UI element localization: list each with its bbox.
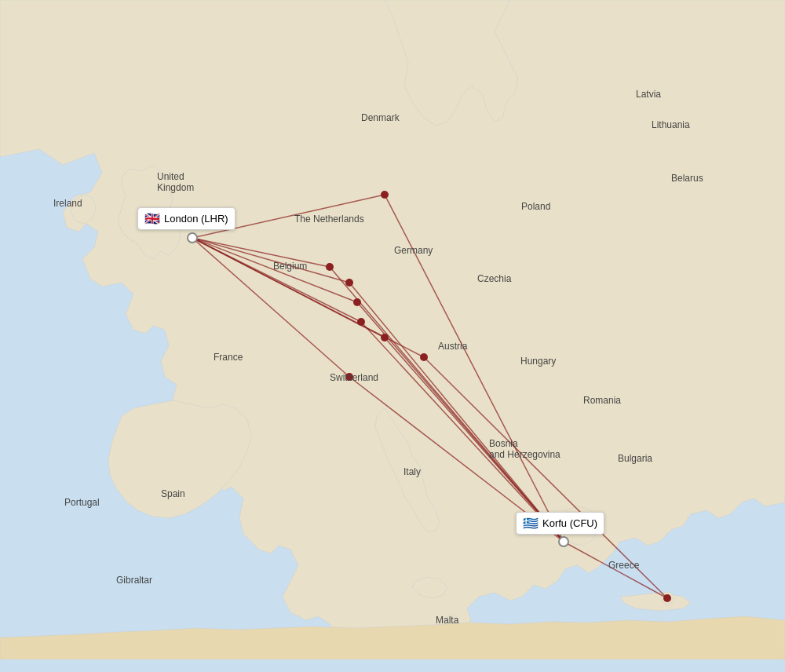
svg-point-28 — [559, 537, 568, 546]
svg-point-20 — [326, 263, 334, 271]
london-tooltip[interactable]: 🇬🇧 London (LHR) — [137, 207, 236, 230]
svg-point-24 — [381, 334, 389, 341]
svg-point-21 — [345, 279, 353, 287]
svg-point-27 — [188, 233, 197, 243]
map-svg — [0, 0, 785, 672]
london-label: London (LHR) — [164, 213, 228, 225]
svg-point-26 — [420, 353, 428, 361]
svg-point-25 — [345, 373, 353, 381]
svg-point-23 — [357, 318, 365, 326]
svg-point-29 — [663, 594, 671, 602]
korfu-tooltip[interactable]: 🇬🇷 Korfu (CFU) — [516, 512, 604, 535]
svg-point-22 — [353, 298, 361, 306]
map-container: Ireland UnitedKingdom Denmark Latvia Lit… — [0, 0, 785, 672]
svg-point-19 — [381, 191, 389, 199]
uk-flag: 🇬🇧 — [144, 211, 160, 226]
greece-flag: 🇬🇷 — [523, 516, 539, 531]
korfu-label: Korfu (CFU) — [542, 517, 597, 529]
